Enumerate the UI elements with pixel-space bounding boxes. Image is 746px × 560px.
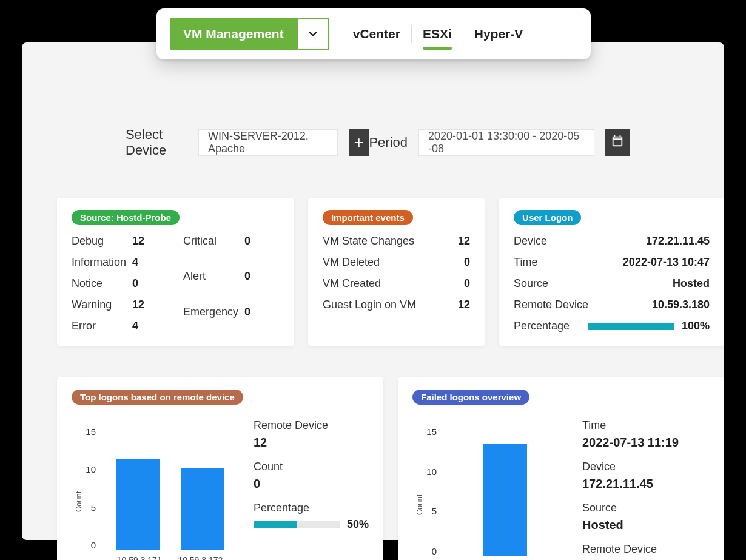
card-title-pill: Failed logons overview [412,390,529,405]
add-device-button[interactable]: + [349,129,369,156]
period-input[interactable]: 2020-01-01 13:30:00 - 2020-05 -08 [418,129,594,156]
chevron-down-icon [297,18,329,50]
card-title-pill: User Logon [514,210,581,225]
top-nav-bar: VM Management vCenter ESXi Hyper-V [156,8,591,59]
select-device-label: Select Device [126,127,187,158]
card-title-pill: Source: Hostd-Probe [72,210,180,225]
top-logons-chart: Count 151050 10.59.3.17110.59.3.172 Remo… [72,414,241,560]
card-title-pill: Important events [323,210,413,225]
tab-esxi[interactable]: ESXi [412,23,463,45]
select-device-input[interactable]: WIN-SERVER-2012, Apache [198,129,338,156]
calendar-icon [611,134,624,151]
period-calendar-button[interactable] [605,129,630,156]
tab-vcenter[interactable]: vCenter [342,23,411,45]
chart-bar [483,444,527,556]
top-logons-side: Remote Device12 Count0 Percentage 50% [254,414,369,560]
top-tabs: vCenter ESXi Hyper-V [342,23,534,45]
chart-bar [181,468,224,550]
period-label: Period [369,135,408,150]
card-important-events: Important events VM State Changes12 VM D… [308,198,485,346]
card-failed-logons: Failed logons overview Count 151050 172.… [398,377,724,560]
failed-logons-chart: Count 151050 172.21.11.45 Device [412,414,570,560]
failed-logons-side: Time2022-07-13 11:19 Device172.21.11.45 … [582,414,710,560]
card-user-logon: User Logon Device172.21.11.45 Time2022-0… [499,198,724,346]
card-source-hostd: Source: Hostd-Probe Debug12 Information4… [57,198,294,346]
top-logons-percentage-bar [254,521,340,528]
vm-management-dropdown[interactable]: VM Management [170,18,329,50]
card-title-pill: Top logons based on remote device [72,390,243,405]
chart-bar [116,459,160,550]
source-left-grid: Debug12 Information4 Notice0 Warning12 E… [72,235,156,332]
logon-percentage-bar [588,323,674,330]
filters-bar: Select Device WIN-SERVER-2012, Apache + … [44,103,702,182]
dashboard-page: Select Device WIN-SERVER-2012, Apache + … [22,42,724,540]
source-right-grid: Critical0 Alert0 Emergency0 [183,235,269,332]
card-top-logons: Top logons based on remote device Count … [57,377,383,560]
tab-hyperv[interactable]: Hyper-V [463,23,534,45]
